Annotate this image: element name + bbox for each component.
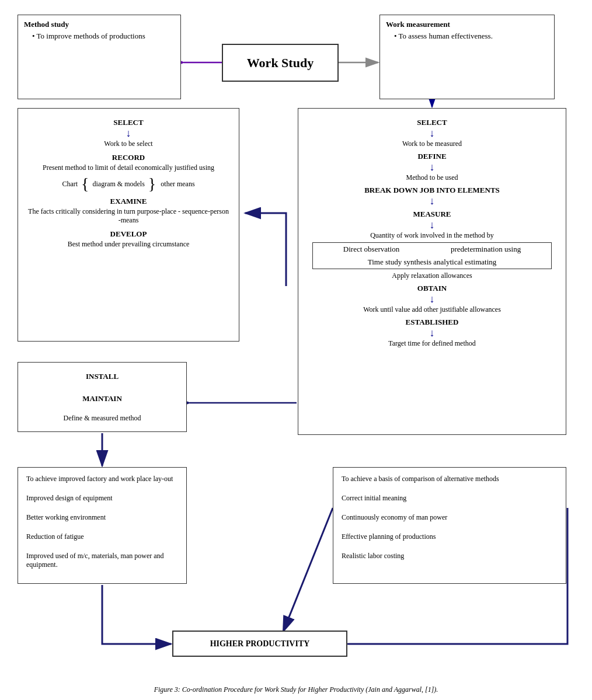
- measure-breakdown-label: BREAK DOWN JOB INTO ELEMENTS: [307, 186, 558, 195]
- left-benefits-box: To achieve improved factory and work pla…: [18, 467, 187, 584]
- measure-define-text: Method to be used: [307, 173, 558, 182]
- measure-established-label: ESTABLISHED: [307, 318, 558, 327]
- measure-select-arrow: ↓: [307, 128, 558, 138]
- predet-label: predetermination using: [451, 245, 521, 254]
- define-text: Define & measured method: [26, 414, 178, 423]
- higher-productivity-box: HIGHER PRODUCTIVITY: [172, 631, 347, 657]
- svg-line-10: [283, 508, 333, 632]
- method-record-text: Present method to limit of detail econom…: [26, 163, 231, 172]
- higher-productivity-label: HIGHER PRODUCTIVITY: [210, 639, 310, 649]
- left-benefit-5: Improved used of m/c, materials, man pow…: [26, 552, 178, 569]
- left-brace: {: [81, 176, 89, 192]
- method-study-title: Method study: [24, 20, 175, 29]
- other-label: other means: [161, 180, 194, 189]
- method-develop-label: DEVELOP: [26, 229, 231, 239]
- chart-label: Chart: [62, 180, 78, 189]
- work-measurement-bullet: • To assess human effectiveness.: [394, 32, 548, 41]
- measure-steps-box: SELECT ↓ Work to be measured DEFINE ↓ Me…: [298, 108, 566, 435]
- left-benefit-2: Improved design of equipment: [26, 494, 178, 503]
- right-benefit-4: Effective planning of productions: [342, 532, 558, 541]
- method-examine-text: The facts critically considering in turn…: [26, 207, 231, 225]
- direct-label: Direct observation: [343, 245, 399, 254]
- method-record-label: RECORD: [26, 153, 231, 162]
- measure-select-text: Work to be measured: [307, 140, 558, 148]
- measure-obtain-label: OBTAIN: [307, 284, 558, 293]
- left-benefit-3: Better working environment: [26, 513, 178, 522]
- right-benefits-box: To achieve a basis of comparison of alte…: [333, 467, 566, 584]
- right-benefit-5: Realistic labor costing: [342, 552, 558, 560]
- work-study-title: Work Study: [247, 55, 314, 71]
- figure-caption: Figure 3: Co-ordination Procedure for Wo…: [0, 685, 592, 694]
- work-measurement-title: Work measurement: [386, 20, 548, 29]
- time-study-bracket: Time study synthesis analytical estimati…: [312, 256, 552, 269]
- measure-obtain-text: Work until value add other justifiable a…: [307, 305, 558, 314]
- right-benefit-3: Continuously economy of man power: [342, 513, 558, 522]
- method-study-box: Method study • To improve methods of pro…: [18, 15, 181, 99]
- left-benefit-1: To achieve improved factory and work pla…: [26, 475, 178, 483]
- measure-measure-label: MEASURE: [307, 210, 558, 219]
- method-select-arrow: ↓: [26, 128, 231, 138]
- time-study-label: Time study synthesis analytical estimati…: [368, 257, 497, 266]
- right-benefit-1: To achieve a basis of comparison of alte…: [342, 475, 558, 483]
- method-study-bullet: • To improve methods of productions: [32, 32, 175, 41]
- install-box: INSTALL MAINTAIN Define & measured metho…: [18, 362, 187, 432]
- method-develop-text: Best method under prevailing circumstanc…: [26, 240, 231, 249]
- relaxation-text: Apply relaxation allowances: [307, 271, 558, 280]
- method-chart-row: Chart { diagram & models } other means: [26, 176, 231, 192]
- work-measurement-box: Work measurement • To assess human effec…: [379, 15, 555, 99]
- observation-bracket: Direct observation predetermination usin…: [312, 242, 552, 256]
- method-select-label: SELECT: [26, 118, 231, 127]
- measure-select-label: SELECT: [307, 118, 558, 127]
- measure-established-text: Target time for defined method: [307, 339, 558, 348]
- method-steps-box: SELECT ↓ Work to be select RECORD Presen…: [18, 108, 239, 342]
- method-examine-label: EXAMINE: [26, 197, 231, 206]
- install-label: INSTALL: [26, 372, 178, 381]
- right-benefit-2: Correct initial meaning: [342, 494, 558, 503]
- maintain-label: MAINTAIN: [26, 394, 178, 403]
- work-study-box: Work Study: [222, 44, 339, 82]
- right-brace: }: [148, 176, 156, 192]
- diagram-label: diagram & models: [93, 180, 145, 189]
- measure-measure-text: Quantity of work involved in the method …: [307, 231, 558, 240]
- left-benefit-4: Reduction of fatigue: [26, 532, 178, 541]
- measure-define-label: DEFINE: [307, 152, 558, 161]
- method-select-text: Work to be select: [26, 140, 231, 148]
